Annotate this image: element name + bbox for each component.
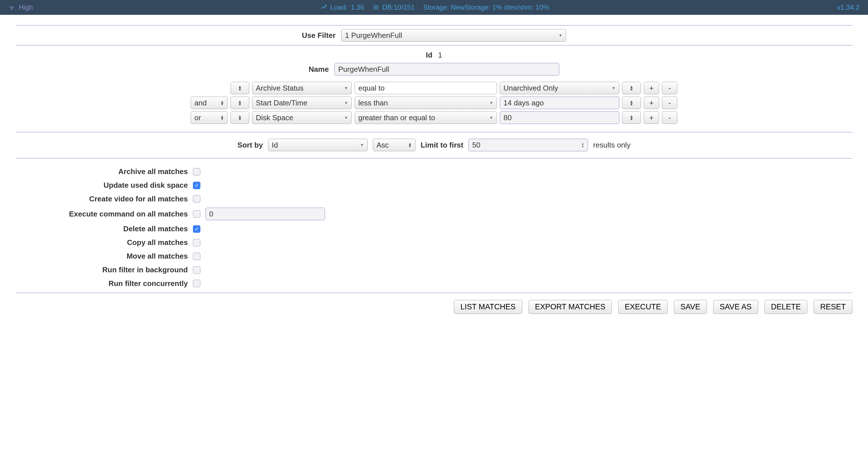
topbar: High Load: 1.36 DB:10/151 Storage: NewSt…	[0, 0, 868, 15]
db-link[interactable]: DB:10/151	[382, 3, 415, 11]
id-value: 1	[438, 51, 442, 60]
trend-icon	[321, 4, 327, 10]
limit-input[interactable]: 50▲▼	[468, 139, 588, 151]
conj-select[interactable]: and▲▼	[191, 96, 228, 109]
opt-archive-checkbox[interactable]	[193, 168, 200, 175]
load-value: 1.36	[351, 3, 364, 11]
load-label: Load:	[331, 3, 347, 11]
bandwidth-link[interactable]: High	[19, 3, 33, 11]
sort-by-label: Sort by	[237, 141, 263, 150]
opt-createvideo-label: Create video for all matches	[0, 194, 188, 204]
export-matches-button[interactable]: EXPORT MATCHES	[528, 300, 612, 314]
cond-val-input[interactable]	[500, 111, 619, 124]
opt-move-checkbox[interactable]	[193, 253, 200, 260]
remove-condition-button[interactable]: -	[662, 96, 677, 109]
opt-move-label: Move all matches	[0, 252, 188, 261]
cond-attr-select[interactable]: Archive Status▼	[252, 82, 352, 94]
opt-createvideo-checkbox[interactable]	[193, 195, 200, 203]
opt-execcmd-checkbox[interactable]	[193, 210, 200, 217]
delete-button[interactable]: DELETE	[765, 300, 807, 314]
use-filter-select[interactable]: 1 PurgeWhenFull▼	[341, 29, 566, 41]
sort-field-select[interactable]: Id▼	[268, 139, 368, 151]
opt-background-checkbox[interactable]	[193, 266, 200, 274]
opt-concurrent-label: Run filter concurrently	[0, 279, 188, 289]
save-as-button[interactable]: SAVE AS	[713, 300, 758, 314]
opt-concurrent-checkbox[interactable]	[193, 280, 200, 287]
use-filter-label: Use Filter	[302, 31, 336, 40]
opt-copy-checkbox[interactable]	[193, 239, 200, 246]
opt-updatedisk-checkbox[interactable]: ✓	[193, 182, 200, 189]
bracket-stepper[interactable]: ▲▼	[622, 111, 641, 124]
opt-execcmd-label: Execute command on all matches	[0, 209, 188, 219]
svg-point-0	[11, 9, 12, 9]
id-label: Id	[426, 51, 432, 60]
db-icon	[373, 4, 379, 10]
exec-cmd-input[interactable]	[206, 208, 325, 220]
opt-archive-label: Archive all matches	[0, 167, 188, 177]
add-condition-button[interactable]: +	[644, 96, 659, 109]
limit-label: Limit to first	[421, 141, 463, 150]
save-button[interactable]: SAVE	[674, 300, 707, 314]
wifi-icon	[8, 4, 15, 10]
storage-link[interactable]: Storage: NewStorage: 1% /dev/shm: 10%	[423, 3, 549, 11]
opt-copy-label: Copy all matches	[0, 238, 188, 247]
bracket-stepper[interactable]: ▲▼	[622, 96, 641, 109]
limit-suffix: results only	[593, 141, 631, 150]
version-link[interactable]: v1.34.2	[837, 3, 860, 11]
add-condition-button[interactable]: +	[644, 82, 659, 94]
bracket-stepper[interactable]: ▲▼	[622, 82, 641, 94]
conditions: ▲▼ Archive Status▼ equal to▼ Unarchived …	[0, 79, 868, 132]
cond-op-select[interactable]: greater than or equal to▼	[354, 111, 497, 124]
opt-delete-label: Delete all matches	[0, 224, 188, 234]
reset-button[interactable]: RESET	[814, 300, 852, 314]
cond-attr-select[interactable]: Disk Space▼	[252, 111, 352, 124]
bracket-stepper[interactable]: ▲▼	[230, 111, 249, 124]
cond-op-select[interactable]: equal to▼	[354, 82, 497, 94]
cond-op-select[interactable]: less than▼	[354, 96, 497, 109]
opt-delete-checkbox[interactable]: ✓	[193, 225, 200, 233]
cond-val-select[interactable]: Unarchived Only▼	[500, 82, 619, 94]
execute-button[interactable]: EXECUTE	[618, 300, 668, 314]
opt-updatedisk-label: Update used disk space	[0, 181, 188, 190]
list-matches-button[interactable]: LIST MATCHES	[454, 300, 522, 314]
bracket-stepper[interactable]: ▲▼	[230, 82, 249, 94]
bracket-stepper[interactable]: ▲▼	[230, 96, 249, 109]
sort-dir-select[interactable]: Asc▲▼	[373, 139, 415, 151]
name-label: Name	[309, 65, 329, 74]
conj-select[interactable]: or▲▼	[191, 111, 228, 124]
opt-background-label: Run filter in background	[0, 265, 188, 275]
cond-val-input[interactable]	[500, 96, 619, 109]
remove-condition-button[interactable]: -	[662, 82, 677, 94]
cond-attr-select[interactable]: Start Date/Time▼	[252, 96, 352, 109]
name-field[interactable]	[334, 63, 559, 76]
remove-condition-button[interactable]: -	[662, 111, 677, 124]
add-condition-button[interactable]: +	[644, 111, 659, 124]
